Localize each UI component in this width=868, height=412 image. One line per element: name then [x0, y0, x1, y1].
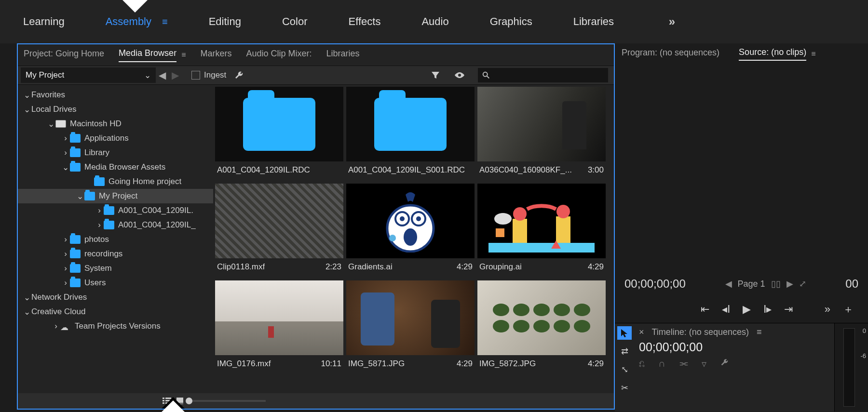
fit-icon[interactable]: ▯▯	[771, 279, 781, 289]
clip-item[interactable]: IMG_5872.JPG4:29	[477, 280, 606, 374]
tree-local-drives[interactable]: ⌄Local Drives	[18, 102, 213, 117]
svg-point-6	[416, 216, 421, 221]
timeline-timecode[interactable]: 00;00;00;00	[639, 340, 829, 354]
monitor-tab-bar: Program: (no sequences) Source: (no clip…	[615, 43, 868, 65]
ingest-checkbox[interactable]	[191, 71, 200, 80]
workspace-tab-audio[interactable]: Audio	[421, 15, 448, 28]
workspace-tab-libraries[interactable]: Libraries	[573, 15, 614, 28]
insert-mode-icon[interactable]: ⎌	[639, 358, 645, 370]
snap-icon[interactable]: ∩	[658, 358, 665, 370]
ripple-tool-icon[interactable]: ⇄	[617, 345, 632, 358]
tree-favorites[interactable]: ⌄Favorites	[18, 88, 213, 102]
slider-knob[interactable]	[186, 398, 192, 404]
svg-rect-16	[496, 228, 504, 237]
page-label: Page 1	[738, 279, 765, 289]
panel-tab-media-browser[interactable]: Media Browser	[119, 48, 176, 62]
clip-item[interactable]: A036C040_160908KF_...3:00	[477, 87, 606, 181]
tree-a001-b[interactable]: ›A001_C004_1209IL_	[18, 218, 213, 232]
clip-name: A036C040_160908KF_...	[479, 165, 572, 175]
folder-tree: ⌄Favorites ⌄Local Drives ⌄Macintosh HD ›…	[18, 85, 213, 393]
tree-team-projects[interactable]: ›☁Team Projects Versions	[18, 319, 213, 333]
clip-name: Gradients.ai	[348, 262, 393, 272]
timecode-left[interactable]: 00;00;00;00	[624, 277, 686, 291]
clip-duration: 4:29	[588, 262, 604, 272]
panel-tab-project[interactable]: Project: Going Home	[24, 49, 104, 62]
clip-item[interactable]: Clip0118.mxf2:23	[215, 184, 343, 278]
tree-recordings[interactable]: ›recordings	[18, 247, 213, 261]
panel-tab-audio-mixer[interactable]: Audio Clip Mixer:	[246, 49, 312, 62]
selection-tool-icon[interactable]	[617, 326, 632, 340]
tree-my-project[interactable]: ⌄My Project	[18, 189, 213, 203]
clip-item[interactable]: Grouping.ai4:29	[477, 184, 606, 278]
tree-creative-cloud[interactable]: ⌄Creative Cloud	[18, 305, 213, 319]
marker-icon[interactable]: ▿	[702, 358, 706, 370]
clip-item[interactable]: A001_C004_1209IL.RDC	[215, 87, 343, 181]
workspace-tab-color[interactable]: Color	[282, 15, 308, 28]
tree-a001-a[interactable]: ›A001_C004_1209IL.	[18, 203, 213, 218]
clip-item[interactable]: Gradients.ai4:29	[346, 184, 475, 278]
timeline-wrench-icon[interactable]	[720, 358, 729, 370]
nav-forward-icon[interactable]: ▶	[169, 69, 182, 81]
preview-eye-icon[interactable]	[447, 70, 472, 80]
tree-users[interactable]: ›Users	[18, 276, 213, 290]
clip-item[interactable]: IMG_0176.mxf10:11	[215, 280, 343, 374]
panel-tab-markers[interactable]: Markers	[200, 49, 231, 62]
folder-icon	[70, 163, 81, 172]
expand-icon[interactable]: ⤢	[799, 279, 806, 289]
clip-duration: 3:00	[588, 165, 604, 175]
panel-menu-icon[interactable]: ≡	[181, 51, 186, 59]
source-panel-menu-icon[interactable]: ≡	[811, 50, 815, 58]
folder-icon	[70, 279, 81, 287]
go-to-out-icon[interactable]: ⇥	[784, 303, 793, 316]
source-viewer[interactable]	[615, 65, 868, 272]
directory-dropdown[interactable]: My Project ⌄	[21, 67, 156, 83]
media-browser-footer	[18, 393, 614, 409]
workspace-tab-learning[interactable]: Learning	[23, 15, 65, 28]
tree-media-browser-assets[interactable]: ⌄Media Browser Assets	[18, 160, 213, 174]
tree-library[interactable]: ›Library	[18, 146, 213, 160]
workspace-menu-icon[interactable]: ≡	[162, 16, 168, 27]
workspace-tab-effects[interactable]: Effects	[349, 15, 381, 28]
tree-macintosh-hd[interactable]: ⌄Macintosh HD	[18, 117, 213, 131]
nav-back-icon[interactable]: ◀	[156, 69, 169, 81]
panel-tab-libraries[interactable]: Libraries	[326, 49, 360, 62]
step-forward-icon[interactable]: Ⅰ▸	[763, 303, 772, 316]
razor-tool-icon[interactable]: ✂	[617, 381, 632, 395]
timeline-panel-menu-icon[interactable]: ≡	[757, 327, 762, 337]
clip-item[interactable]: IMG_5871.JPG4:29	[346, 280, 475, 374]
program-tab[interactable]: Program: (no sequences)	[622, 48, 719, 60]
timeline-close-icon[interactable]: ×	[639, 327, 644, 337]
tree-photos[interactable]: ›photos	[18, 232, 213, 247]
filter-icon[interactable]	[424, 70, 447, 80]
svg-rect-10	[556, 216, 570, 245]
workspace-tab-editing[interactable]: Editing	[209, 15, 241, 28]
clip-item[interactable]: A001_C004_1209IL_S001.RDC	[346, 87, 475, 181]
transport-overflow-icon[interactable]: »	[825, 303, 830, 316]
workspace-tab-assembly[interactable]: Assembly	[106, 15, 151, 28]
play-icon[interactable]: ▶	[743, 303, 751, 316]
workspace-overflow-icon[interactable]: »	[669, 15, 675, 28]
linked-selection-icon[interactable]: ⫘	[678, 358, 688, 370]
clip-duration: 10:11	[321, 359, 341, 369]
clip-name: IMG_0176.mxf	[217, 359, 271, 369]
tree-network-drives[interactable]: ⌄Network Drives	[18, 290, 213, 305]
source-tab[interactable]: Source: (no clips)	[739, 47, 806, 61]
page-prev-icon[interactable]: ◀	[725, 279, 732, 289]
tool-column: ⇄ ⤡ ✂	[615, 323, 634, 412]
add-button-icon[interactable]: ＋	[843, 302, 854, 317]
rate-stretch-tool-icon[interactable]: ⤡	[617, 363, 632, 376]
clip-name: IMG_5871.JPG	[348, 359, 405, 369]
settings-wrench-icon[interactable]	[234, 70, 244, 80]
page-next-icon[interactable]: ▶	[787, 279, 793, 289]
clip-name: IMG_5872.JPG	[479, 359, 536, 369]
workspace-tab-graphics[interactable]: Graphics	[490, 15, 532, 28]
tree-applications[interactable]: ›Applications	[18, 131, 213, 146]
tree-going-home[interactable]: Going Home project	[18, 174, 213, 189]
step-back-icon[interactable]: ◂Ⅰ	[722, 303, 730, 316]
chevron-down-icon: ⌄	[144, 70, 151, 80]
search-input[interactable]	[478, 68, 608, 82]
go-to-in-icon[interactable]: ⇤	[701, 303, 709, 316]
tree-system[interactable]: ›System	[18, 261, 213, 276]
thumbnail-size-slider[interactable]	[189, 400, 266, 402]
timeline-options: ⎌ ∩ ⫘ ▿	[639, 358, 829, 370]
